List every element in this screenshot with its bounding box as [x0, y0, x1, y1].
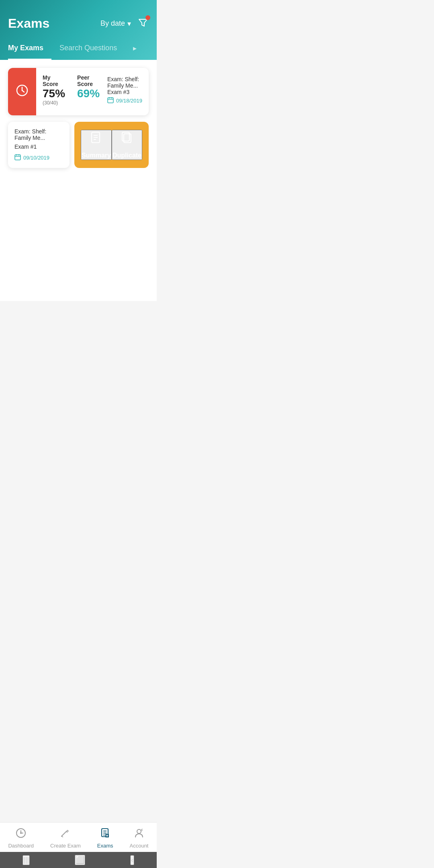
- sort-label: By date: [100, 19, 125, 28]
- page-title: Exams: [8, 16, 49, 31]
- summary-icon: [89, 131, 104, 148]
- exam-info: Exam: Shelf: Family Me... Exam #3 09/18/…: [107, 76, 142, 104]
- peer-score-value: 69%: [77, 87, 103, 100]
- exam-card-body: My Score 75% (30/40) Peer Score 69% Exam…: [36, 68, 149, 115]
- exam-name: Exam: Shelf: Family Me...: [107, 76, 142, 89]
- secondary-exam-date-value: 09/10/2019: [23, 155, 49, 161]
- tab-more[interactable]: ▸: [133, 39, 141, 60]
- nav-tabs: My Exams Search Questions ▸: [8, 39, 149, 60]
- tab-search-questions[interactable]: Search Questions: [59, 39, 125, 60]
- peer-score-block: Peer Score 69%: [77, 74, 103, 100]
- my-score-block: My Score 75% (30/40): [43, 74, 65, 106]
- header-top: Exams By date ▾: [8, 16, 149, 31]
- exam-number: Exam #3: [107, 89, 142, 95]
- svg-rect-7: [15, 155, 20, 160]
- svg-line-2: [22, 90, 24, 92]
- secondary-exam-name: Exam: Shelf: Family Me...: [14, 128, 63, 141]
- sort-button[interactable]: By date ▾: [100, 19, 131, 28]
- filter-icon: [137, 19, 149, 30]
- exam-card-icon-bar: [8, 68, 36, 115]
- duplicate-button[interactable]: Duplicate: [112, 130, 142, 160]
- filter-badge: [145, 15, 150, 20]
- header: Exams By date ▾ My Exams Search Question…: [0, 0, 157, 60]
- action-card: Summary Duplicate: [74, 122, 149, 168]
- duplicate-icon: [120, 131, 134, 148]
- my-score-value: 75%: [43, 87, 65, 100]
- exam-date-value: 09/18/2019: [116, 98, 142, 104]
- exam-date: 09/18/2019: [107, 97, 142, 104]
- my-score-label: My Score: [43, 74, 65, 87]
- clock-icon: [16, 84, 29, 100]
- bottom-cards-area: Exam: Shelf: Family Me... Exam #1 09/10/…: [8, 122, 149, 168]
- svg-rect-3: [108, 98, 113, 103]
- duplicate-label: Duplicate: [113, 152, 141, 159]
- summary-button[interactable]: Summary: [81, 130, 112, 160]
- summary-label: Summary: [82, 152, 111, 159]
- tab-my-exams[interactable]: My Exams: [8, 39, 51, 60]
- secondary-exam-number: Exam #1: [14, 143, 63, 150]
- header-controls: By date ▾: [100, 17, 149, 31]
- my-score-fraction: (30/40): [43, 100, 65, 106]
- main-content: My Score 75% (30/40) Peer Score 69% Exam…: [0, 60, 157, 301]
- exam-card-primary[interactable]: My Score 75% (30/40) Peer Score 69% Exam…: [8, 68, 149, 115]
- secondary-exam-date: 09/10/2019: [14, 154, 63, 162]
- filter-button[interactable]: [137, 17, 149, 31]
- calendar-icon: [107, 97, 114, 104]
- chevron-down-icon: ▾: [127, 19, 131, 28]
- secondary-calendar-icon: [14, 154, 21, 162]
- scores-row: My Score 75% (30/40) Peer Score 69%: [43, 74, 103, 106]
- exam-card-secondary[interactable]: Exam: Shelf: Family Me... Exam #1 09/10/…: [8, 122, 70, 168]
- peer-score-label: Peer Score: [77, 74, 103, 87]
